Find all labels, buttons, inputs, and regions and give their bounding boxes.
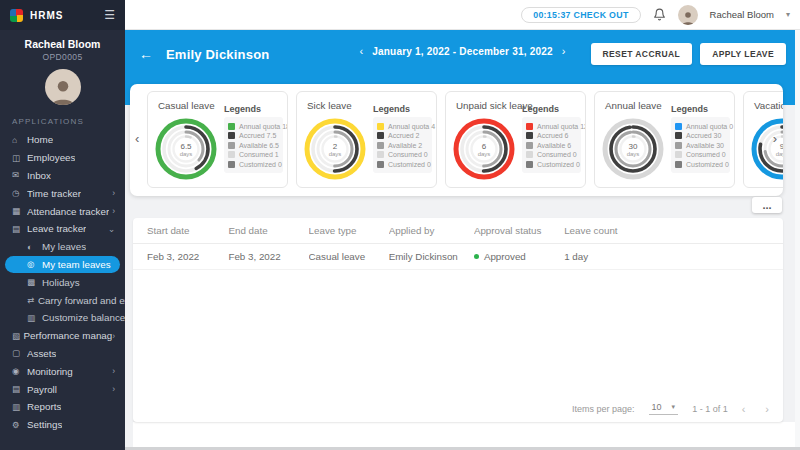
sidebar-item-home[interactable]: ⌂Home <box>0 131 125 149</box>
legend-row: Customized 0 <box>228 161 279 168</box>
leave-card-title: Vacation <box>744 92 783 111</box>
sidebar-item-my-team-leaves[interactable]: ◎My team leaves <box>5 256 120 274</box>
content-footer-area <box>133 422 795 447</box>
status-label: Approved <box>484 251 526 262</box>
sidebar-item-inbox[interactable]: ✉Inbox <box>0 167 125 185</box>
sidebar-item-my-leaves[interactable]: ◐My leaves <box>0 238 125 256</box>
legend-row: Annual quota 4 <box>377 123 428 130</box>
profile-employee-id: OPD0005 <box>0 52 125 62</box>
items-per-page-select[interactable]: 10 ▾ <box>649 402 679 415</box>
page-prev-icon[interactable]: ‹ <box>742 403 746 415</box>
sidebar-item-label: Attendance tracker <box>27 206 109 217</box>
sidebar-item-label: Home <box>27 134 53 145</box>
topbar: 00:15:37 CHECK OUT Racheal Bloom ▾ <box>125 0 800 30</box>
date-range-label: January 1, 2022 - December 31, 2022 <box>372 46 552 57</box>
legend-label: Customized 0 <box>686 161 729 168</box>
sidebar-item-holidays[interactable]: ▩Holidays <box>0 273 125 291</box>
menu-toggle-icon[interactable]: ☰ <box>104 8 115 22</box>
leave-card-5: Vacation9days <box>743 91 783 188</box>
sidebar-item-employees[interactable]: ◫Employees <box>0 149 125 167</box>
legend-label: Annual quota 12 <box>537 123 586 130</box>
leave-donut-chart: 30days <box>600 116 666 182</box>
items-per-page-value: 10 <box>652 402 662 412</box>
payroll-icon: ▤ <box>12 384 27 394</box>
legend-row: Annual quota 12 <box>526 123 577 130</box>
svg-text:days: days <box>329 151 342 157</box>
legend-swatch-icon <box>377 142 384 149</box>
legend-row: Accrued 7.5 <box>228 132 279 139</box>
reports-icon: ▥ <box>12 402 27 412</box>
sidebar-item-label: Reports <box>27 401 61 412</box>
user-menu-chevron-icon[interactable]: ▾ <box>786 10 790 19</box>
applications-label: APPLICATIONS <box>0 105 125 131</box>
apply-leave-button[interactable]: APPLY LEAVE <box>700 43 786 65</box>
carousel-next-icon[interactable]: › <box>773 131 777 144</box>
page-next-icon[interactable]: › <box>765 403 769 415</box>
legend-row: Available 2 <box>377 142 428 149</box>
chevron-icon: › <box>112 366 125 376</box>
leave-card-legends: LegendsAnnual quota 18Accrued 7.5Availab… <box>224 104 283 173</box>
legend-swatch-icon <box>675 161 682 168</box>
legends-title: Legends <box>373 104 432 114</box>
sidebar-item-label: Time tracker <box>27 188 81 199</box>
legend-label: Available 6 <box>537 142 571 149</box>
topbar-avatar[interactable] <box>678 5 698 25</box>
monitoring-icon: ◉ <box>12 366 27 376</box>
sidebar-item-leave-tracker[interactable]: ▤Leave tracker⌄ <box>0 220 125 238</box>
right-scroll-gutter[interactable] <box>795 30 800 450</box>
legend-swatch-icon <box>526 142 533 149</box>
column-header: End date <box>228 225 308 236</box>
legend-row: Consumed 0 <box>526 151 577 158</box>
chevron-icon: › <box>112 384 125 394</box>
carry-forward-icon: ⇄ <box>27 295 38 305</box>
reset-accrual-button[interactable]: RESET ACCRUAL <box>591 43 693 65</box>
sidebar-item-carry-forward[interactable]: ⇄Carry forward and encashn <box>0 291 125 309</box>
sidebar-item-monitoring[interactable]: ◉Monitoring› <box>0 362 125 380</box>
leave-donut-chart: 6.5days <box>153 116 219 182</box>
leave-card-3: Unpaid sick leave6daysLegendsAnnual quot… <box>445 91 586 188</box>
page-title: Emily Dickinson <box>166 47 269 62</box>
sidebar-item-performance-management[interactable]: ▧Performance management› <box>0 327 125 345</box>
sidebar-item-label: Assets <box>27 348 56 359</box>
chevron-icon: › <box>112 188 125 198</box>
next-period-icon[interactable]: › <box>562 45 566 57</box>
sidebar-item-assets[interactable]: ▢Assets <box>0 345 125 363</box>
leave-card-legends: LegendsAnnual quota 0Accrued 30Available… <box>671 104 730 173</box>
sidebar-item-settings[interactable]: ⚙Settings <box>0 416 125 434</box>
sidebar-item-time-tracker[interactable]: ◷Time tracker› <box>0 184 125 202</box>
legend-swatch-icon <box>377 151 384 158</box>
checkout-button[interactable]: 00:15:37 CHECK OUT <box>521 7 640 23</box>
column-header: Leave type <box>309 225 389 236</box>
sidebar-item-reports[interactable]: ▥Reports <box>0 398 125 416</box>
leave-donut-chart: 9days <box>749 116 783 182</box>
legend-label: Consumed 0 <box>537 151 577 158</box>
legend-label: Accrued 7.5 <box>239 132 276 139</box>
leave-donut-chart: 2days <box>302 116 368 182</box>
table-more-options-button[interactable]: ... <box>752 197 782 213</box>
items-per-page-label: Items per page: <box>572 404 635 414</box>
performance-management-icon: ▧ <box>12 331 23 341</box>
legend-swatch-icon <box>377 132 384 139</box>
table-row[interactable]: Feb 3, 2022Feb 3, 2022Casual leaveEmily … <box>133 244 783 270</box>
back-arrow-icon[interactable]: ← <box>139 47 153 61</box>
sidebar-item-payroll[interactable]: ▤Payroll› <box>0 380 125 398</box>
sidebar-item-label: Performance management <box>23 330 112 341</box>
topbar-user-name: Racheal Bloom <box>710 9 774 20</box>
home-icon: ⌂ <box>12 135 27 145</box>
legend-swatch-icon <box>377 161 384 168</box>
assets-icon: ▢ <box>12 348 27 358</box>
legend-row: Consumed 0 <box>675 151 726 158</box>
table-cell: Feb 3, 2022 <box>228 251 308 262</box>
select-caret-icon: ▾ <box>672 403 676 411</box>
sidebar-item-label: Carry forward and encashn <box>38 295 125 306</box>
legend-row: Customized 0 <box>675 161 726 168</box>
carousel-prev-icon[interactable]: ‹ <box>135 131 139 144</box>
notifications-bell-icon[interactable] <box>653 8 666 21</box>
table-cell: Emily Dickinson <box>389 251 474 262</box>
settings-icon: ⚙ <box>12 420 27 430</box>
prev-period-icon[interactable]: ‹ <box>360 45 364 57</box>
profile-avatar[interactable] <box>45 69 81 105</box>
sidebar-item-attendance-tracker[interactable]: ▦Attendance tracker› <box>0 202 125 220</box>
sidebar-item-customize-balance[interactable]: ▥Customize balance <box>0 309 125 327</box>
column-header: Applied by <box>389 225 474 236</box>
